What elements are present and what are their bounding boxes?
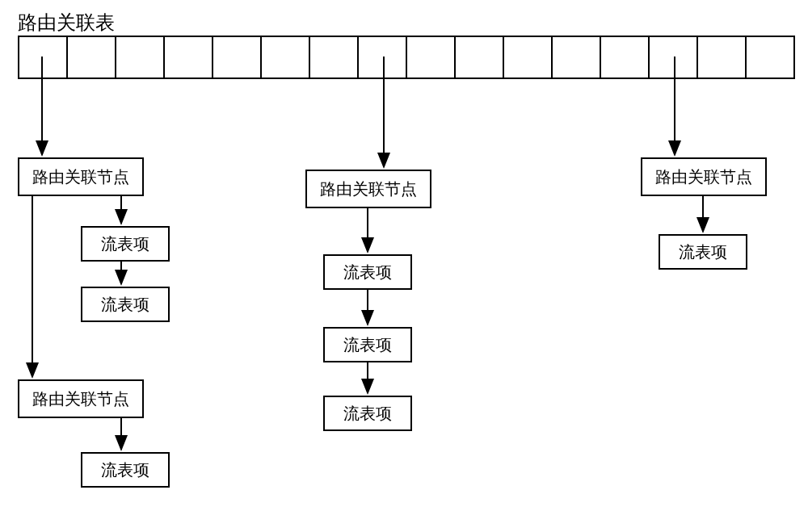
flow-entry: 流表项 bbox=[323, 327, 412, 362]
table-cell bbox=[68, 37, 116, 77]
table-cell bbox=[698, 37, 747, 77]
node-label: 路由关联节点 bbox=[320, 178, 417, 200]
flow-entry: 流表项 bbox=[323, 396, 412, 431]
flow-label: 流表项 bbox=[343, 262, 392, 283]
flow-entry: 流表项 bbox=[81, 226, 170, 262]
flow-entry: 流表项 bbox=[323, 254, 412, 290]
table-cell bbox=[310, 37, 359, 77]
route-node: 路由关联节点 bbox=[305, 170, 431, 208]
hash-table bbox=[18, 36, 795, 79]
title-text: 路由关联表 bbox=[18, 12, 115, 33]
table-cell bbox=[262, 37, 310, 77]
table-cell bbox=[747, 37, 795, 77]
flow-label: 流表项 bbox=[101, 459, 149, 481]
flow-entry: 流表项 bbox=[659, 234, 747, 270]
route-node: 路由关联节点 bbox=[18, 379, 144, 418]
table-cell bbox=[19, 37, 68, 77]
table-cell bbox=[165, 37, 213, 77]
route-node: 路由关联节点 bbox=[641, 157, 767, 196]
flow-label: 流表项 bbox=[679, 241, 727, 263]
flow-label: 流表项 bbox=[343, 334, 392, 356]
table-cell bbox=[456, 37, 504, 77]
route-node: 路由关联节点 bbox=[18, 157, 144, 196]
table-cell bbox=[359, 37, 407, 77]
flow-entry: 流表项 bbox=[81, 452, 170, 488]
table-cell bbox=[407, 37, 456, 77]
flow-label: 流表项 bbox=[101, 294, 149, 316]
flow-label: 流表项 bbox=[343, 403, 392, 425]
diagram-title: 路由关联表 bbox=[18, 10, 115, 36]
node-label: 路由关联节点 bbox=[32, 166, 129, 188]
table-cell bbox=[116, 37, 165, 77]
node-label: 路由关联节点 bbox=[655, 166, 752, 188]
table-cell bbox=[213, 37, 262, 77]
table-cell bbox=[553, 37, 601, 77]
table-cell bbox=[504, 37, 553, 77]
table-cell bbox=[650, 37, 698, 77]
table-cell bbox=[601, 37, 650, 77]
node-label: 路由关联节点 bbox=[32, 388, 129, 410]
flow-label: 流表项 bbox=[101, 233, 149, 255]
flow-entry: 流表项 bbox=[81, 287, 170, 322]
